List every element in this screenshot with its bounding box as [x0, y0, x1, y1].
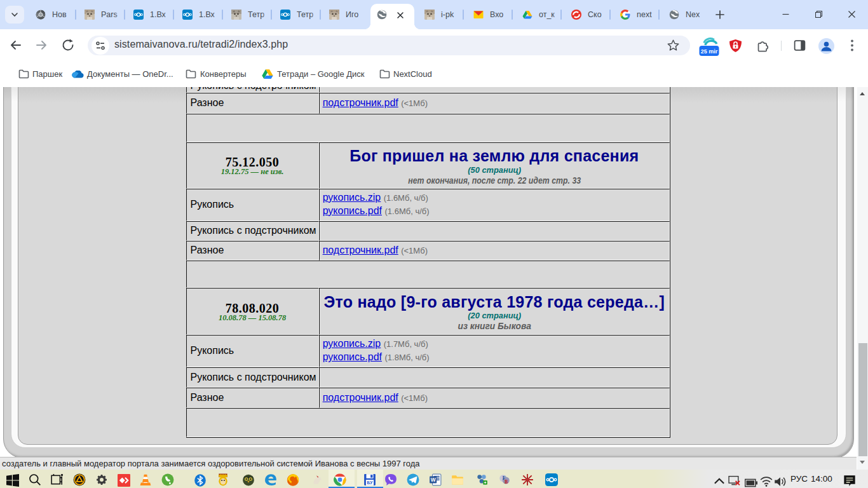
svg-text:B: B — [505, 479, 508, 485]
svg-text:25 mir: 25 mir — [701, 48, 718, 55]
svg-text:W: W — [431, 477, 436, 483]
svg-text:БУ: БУ — [367, 480, 374, 485]
